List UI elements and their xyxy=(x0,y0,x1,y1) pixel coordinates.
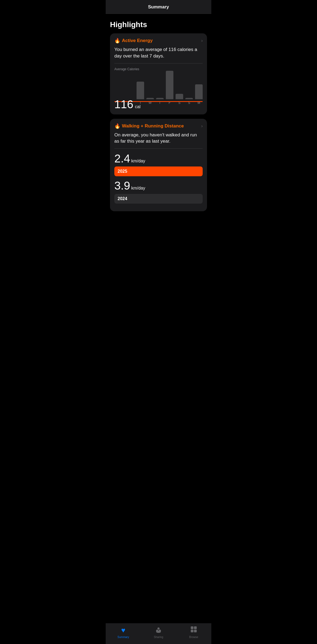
bar-t2 xyxy=(156,98,164,99)
avg-calorie-value: 116 xyxy=(114,99,133,110)
current-year-metric: 2.4 km/day 2025 xyxy=(114,152,203,176)
chevron-right-icon: › xyxy=(201,38,203,43)
prev-distance-unit: km/day xyxy=(131,186,145,191)
flame-icon: 🔥 xyxy=(114,38,120,44)
divider xyxy=(114,63,203,63)
main-content: Highlights 🔥 Active Energy › You burned … xyxy=(106,14,211,211)
walking-title-row: 🔥 Walking + Running Distance xyxy=(114,123,184,129)
highlights-section-title: Highlights xyxy=(110,20,207,29)
walking-card-title: Walking + Running Distance xyxy=(122,123,184,129)
current-distance-value: 2.4 xyxy=(114,152,130,165)
bar-w xyxy=(146,98,154,99)
bar-chart: T W T xyxy=(137,71,203,105)
walking-chevron-icon: › xyxy=(201,124,203,129)
card-title-row: 🔥 Active Energy xyxy=(114,38,153,44)
bar-t1 xyxy=(137,82,144,99)
prev-year-bar: 2024 xyxy=(114,194,203,204)
flame-icon-walking: 🔥 xyxy=(114,123,120,129)
bar-f xyxy=(166,71,173,99)
walking-description: On average, you haven't walked and run a… xyxy=(114,132,203,145)
active-energy-card[interactable]: 🔥 Active Energy › You burned an average … xyxy=(110,33,207,114)
bar-col-s1: S xyxy=(176,94,183,105)
avg-calories-label: Average Calories xyxy=(114,67,203,71)
walking-distance-card[interactable]: 🔥 Walking + Running Distance › On averag… xyxy=(110,119,207,211)
prev-year-metric: 3.9 km/day 2024 xyxy=(114,180,203,203)
prev-distance-value: 3.9 xyxy=(114,180,130,192)
prev-year-label: 2024 xyxy=(118,196,127,201)
current-year-bar: 2025 xyxy=(114,166,203,176)
app-header: Summary xyxy=(106,0,211,14)
bar-s1 xyxy=(176,94,183,99)
card-header: 🔥 Active Energy › xyxy=(114,38,203,44)
active-energy-description: You burned an average of 116 calories a … xyxy=(114,46,203,59)
avg-calorie-unit: cal xyxy=(135,104,140,109)
bar-m xyxy=(195,84,203,99)
bar-col-f: F xyxy=(166,71,173,105)
walking-card-header: 🔥 Walking + Running Distance › xyxy=(114,123,203,129)
active-energy-chart: Average Calories 116 cal T xyxy=(114,67,203,110)
current-distance-unit: km/day xyxy=(131,159,145,164)
active-energy-title: Active Energy xyxy=(122,38,153,43)
bar-s2 xyxy=(185,98,193,99)
current-year-label: 2025 xyxy=(118,169,127,174)
header-title: Summary xyxy=(148,4,169,9)
walking-divider xyxy=(114,148,203,149)
